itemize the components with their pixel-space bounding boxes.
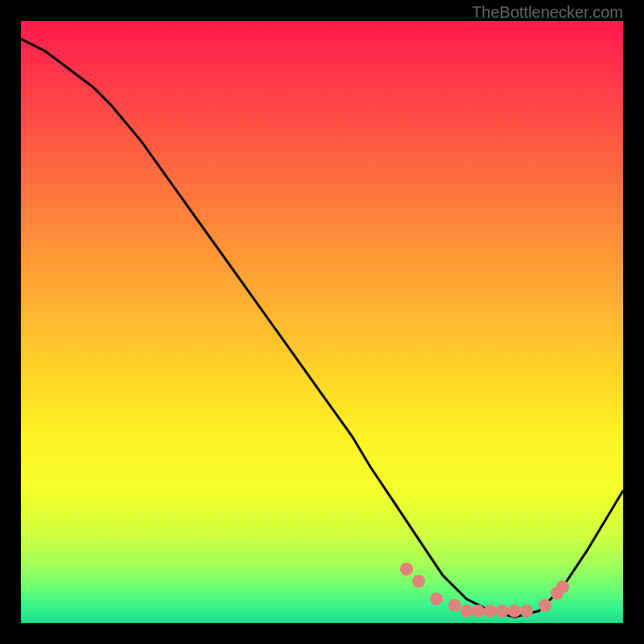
highlight-dot <box>400 563 413 576</box>
highlight-dot <box>520 605 533 617</box>
highlight-dots-layer <box>21 21 623 623</box>
plot-area <box>21 21 623 623</box>
highlight-dot <box>430 592 443 605</box>
highlight-dot <box>508 605 521 617</box>
highlight-dot <box>412 575 425 588</box>
chart-container: TheBottlenecker.com <box>0 0 644 644</box>
highlight-dot <box>484 605 497 617</box>
highlight-dot <box>448 599 461 612</box>
highlight-dot <box>472 605 485 617</box>
highlight-dot <box>496 605 509 617</box>
highlight-dot <box>539 599 551 612</box>
highlight-dot <box>460 605 473 617</box>
highlight-dot <box>556 580 569 593</box>
watermark-text: TheBottlenecker.com <box>472 3 623 22</box>
